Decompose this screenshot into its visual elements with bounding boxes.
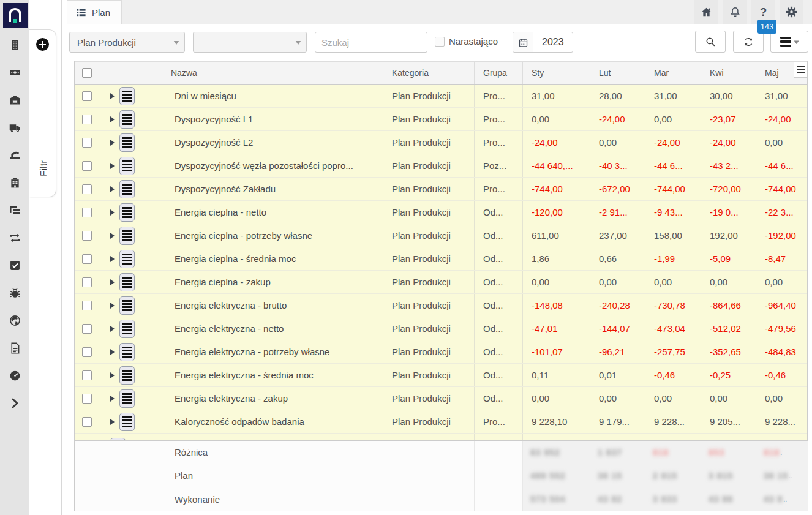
column-header-nazwa[interactable]: Nazwa [162,62,383,84]
row-name[interactable]: Energia elektryczna - średnia moc [162,364,383,386]
column-header-kwi[interactable]: Kwi [701,62,756,84]
row-menu-button[interactable] [119,87,135,105]
secondary-select[interactable]: ▾ [193,32,307,53]
row-menu-button[interactable] [119,389,135,408]
row-checkbox[interactable] [82,138,92,148]
row-name[interactable]: Energia cieplna - potrzeby własne [162,224,383,247]
row-name[interactable]: Energia elektryczna - netto [162,317,383,340]
collapse-panel-icon[interactable] [8,396,21,410]
row-name[interactable]: Energia elektryczna - zakup [162,387,383,410]
row-menu-button[interactable] [119,203,135,222]
calendar-icon[interactable] [513,32,533,52]
expand-arrow-icon[interactable] [110,209,115,216]
row-checkbox[interactable] [82,115,92,124]
row-checkbox[interactable] [82,324,92,334]
truck-icon[interactable] [8,121,21,134]
row-checkbox[interactable] [82,394,92,404]
warehouse-icon[interactable] [8,93,21,107]
search-button[interactable] [695,31,726,53]
row-menu-button[interactable] [119,413,135,431]
expand-arrow-icon[interactable] [110,93,115,99]
checkbox-box[interactable] [435,37,445,47]
table-row[interactable]: Energia cieplna - zakup Plan Produkcji O… [75,271,807,294]
table-row[interactable]: Energia elektryczna - brutto Plan Produk… [75,294,807,317]
row-name[interactable]: Dyspozycyjność L2 [162,131,383,154]
column-header-sty[interactable]: Sty [523,62,590,84]
expand-arrow-icon[interactable] [110,140,115,146]
row-name[interactable]: Dyspozycyjność L1 [162,108,383,130]
row-menu-button[interactable] [119,227,135,245]
row-name[interactable]: Energia cieplna - zakup [162,271,383,293]
refresh-button[interactable] [733,31,764,53]
row-checkbox[interactable] [82,208,92,217]
expand-arrow-icon[interactable] [110,116,115,122]
column-chooser-icon[interactable] [794,62,807,78]
expand-arrow-icon[interactable] [110,256,115,262]
expand-arrow-icon[interactable] [110,372,115,378]
banknote-icon[interactable] [8,66,21,79]
table-row[interactable]: Dyspozycyjność L1 Plan Produkcji Pro... … [75,108,807,131]
table-row[interactable]: Energia cieplna - średnia moc Plan Produ… [75,247,807,271]
table-row[interactable]: Energia elektryczna - potrzeby własne Pl… [75,340,807,364]
tasks-icon[interactable] [8,258,21,272]
row-checkbox[interactable] [82,161,92,171]
table-row[interactable]: Energia cieplna - potrzeby własne Plan P… [75,224,807,247]
add-filter-icon[interactable] [36,38,49,51]
home-button[interactable] [694,0,718,24]
expand-arrow-icon[interactable] [110,303,115,309]
row-checkbox[interactable] [82,231,92,241]
document-icon[interactable] [8,341,21,355]
settings-button[interactable] [780,0,803,24]
row-name[interactable]: Dyspozycyjność węzła pozostałości popro.… [162,154,383,177]
table-row[interactable]: Kaloryczność odpadów badania Plan Produk… [75,410,807,434]
year-picker[interactable]: 2023 [513,32,573,53]
row-menu-button[interactable] [119,366,135,385]
expand-arrow-icon[interactable] [110,419,115,425]
search-input[interactable] [315,32,427,53]
expand-arrow-icon[interactable] [110,326,115,332]
table-row[interactable]: Dyspozycyjność L2 Plan Produkcji Pro... … [75,131,807,154]
row-checkbox[interactable] [82,370,92,380]
dashboard-icon[interactable] [8,369,21,382]
row-menu-button[interactable] [119,343,135,361]
row-name[interactable]: Energia cieplna - średnia moc [162,247,383,270]
row-name[interactable]: Kaloryczność odpadów badania [162,410,383,433]
notifications-button[interactable] [723,0,747,24]
transfer-icon[interactable] [8,231,21,244]
row-menu-button[interactable] [119,320,135,338]
table-row[interactable]: Dyspozycyjność Zakładu Plan Produkcji Pr… [75,178,807,201]
expand-arrow-icon[interactable] [110,279,115,285]
expand-arrow-icon[interactable] [110,233,115,239]
table-row[interactable]: Energia elektryczna - zakup Plan Produkc… [75,387,807,410]
tab-plan[interactable]: Plan [67,0,122,24]
bank-icon[interactable] [8,176,21,189]
expand-arrow-icon[interactable] [110,186,115,192]
row-checkbox[interactable] [82,277,92,287]
row-checkbox[interactable] [82,417,92,427]
table-row[interactable]: Dyspozycyjność węzła pozostałości popro.… [75,154,807,178]
row-name[interactable]: Energia cieplna - netto [162,201,383,224]
dataset-select[interactable]: Plan Produkcji ▾ [69,32,185,53]
actions-menu-button[interactable]: ▾ [770,31,808,53]
row-menu-button[interactable] [119,273,135,291]
column-header-grupa[interactable]: Grupa [475,62,523,84]
select-all-checkbox[interactable] [82,68,92,78]
row-checkbox[interactable] [82,301,92,310]
expand-arrow-icon[interactable] [110,396,115,402]
row-checkbox[interactable] [82,91,92,101]
column-header-lut[interactable]: Lut [590,62,645,84]
table-row[interactable]: Energia elektryczna - netto Plan Produkc… [75,317,807,340]
row-menu-button[interactable] [119,296,135,315]
row-name[interactable]: Energia elektryczna - potrzeby własne [162,340,383,363]
row-checkbox[interactable] [82,184,92,194]
cumulative-checkbox[interactable]: Narastająco [435,36,498,47]
table-row[interactable]: Energia elektryczna - średnia moc Plan P… [75,364,807,387]
production-line-icon[interactable] [8,148,21,162]
row-menu-button[interactable] [119,180,135,198]
row-menu-button[interactable] [119,250,135,268]
table-row[interactable]: Dni w miesiącu Plan Produkcji Pro... 31,… [75,85,807,108]
row-name[interactable]: Dni w miesiącu [162,85,383,107]
row-menu-button[interactable] [119,110,135,129]
row-checkbox[interactable] [82,254,92,264]
table-row[interactable]: Energia cieplna - netto Plan Produkcji O… [75,201,807,224]
